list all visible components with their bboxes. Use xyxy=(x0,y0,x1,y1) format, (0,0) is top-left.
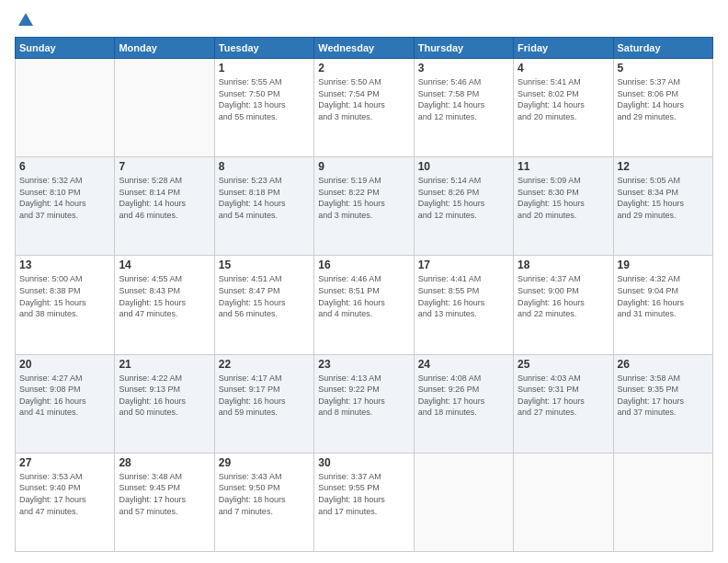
day-info: Sunrise: 4:03 AM Sunset: 9:31 PM Dayligh… xyxy=(518,373,609,419)
table-row: 4Sunrise: 5:41 AM Sunset: 8:02 PM Daylig… xyxy=(514,59,613,157)
day-number: 26 xyxy=(618,358,709,371)
day-number: 10 xyxy=(418,160,509,173)
day-number: 28 xyxy=(119,456,210,469)
day-info: Sunrise: 5:14 AM Sunset: 8:26 PM Dayligh… xyxy=(418,175,509,221)
day-number: 24 xyxy=(418,358,509,371)
col-saturday: Saturday xyxy=(613,38,712,59)
day-info: Sunrise: 3:43 AM Sunset: 9:50 PM Dayligh… xyxy=(219,471,310,517)
table-row: 29Sunrise: 3:43 AM Sunset: 9:50 PM Dayli… xyxy=(214,453,313,551)
day-info: Sunrise: 4:08 AM Sunset: 9:26 PM Dayligh… xyxy=(418,373,509,419)
table-row: 5Sunrise: 5:37 AM Sunset: 8:06 PM Daylig… xyxy=(613,59,712,157)
day-info: Sunrise: 4:51 AM Sunset: 8:47 PM Dayligh… xyxy=(219,273,310,319)
table-row: 1Sunrise: 5:55 AM Sunset: 7:50 PM Daylig… xyxy=(214,59,313,157)
day-info: Sunrise: 5:19 AM Sunset: 8:22 PM Dayligh… xyxy=(318,175,409,221)
day-number: 25 xyxy=(518,358,609,371)
col-thursday: Thursday xyxy=(414,38,513,59)
day-number: 17 xyxy=(418,259,509,271)
table-row: 26Sunrise: 3:58 AM Sunset: 9:35 PM Dayli… xyxy=(613,354,712,453)
day-info: Sunrise: 5:55 AM Sunset: 7:50 PM Dayligh… xyxy=(219,76,310,122)
table-row: 9Sunrise: 5:19 AM Sunset: 8:22 PM Daylig… xyxy=(314,157,414,256)
page: Sunday Monday Tuesday Wednesday Thursday… xyxy=(0,0,728,563)
day-number: 4 xyxy=(518,62,609,75)
table-row: 14Sunrise: 4:55 AM Sunset: 8:43 PM Dayli… xyxy=(115,256,214,354)
table-row: 24Sunrise: 4:08 AM Sunset: 9:26 PM Dayli… xyxy=(414,354,513,453)
table-row: 16Sunrise: 4:46 AM Sunset: 8:51 PM Dayli… xyxy=(314,256,414,354)
day-number: 1 xyxy=(219,62,310,75)
day-info: Sunrise: 4:32 AM Sunset: 9:04 PM Dayligh… xyxy=(618,273,709,319)
day-info: Sunrise: 3:48 AM Sunset: 9:45 PM Dayligh… xyxy=(119,471,210,517)
logo-icon xyxy=(17,11,35,29)
logo xyxy=(15,11,35,29)
table-row: 3Sunrise: 5:46 AM Sunset: 7:58 PM Daylig… xyxy=(414,59,513,157)
col-monday: Monday xyxy=(115,38,214,59)
table-row xyxy=(115,59,214,157)
day-number: 29 xyxy=(219,456,310,469)
day-number: 27 xyxy=(19,456,110,469)
day-info: Sunrise: 5:46 AM Sunset: 7:58 PM Dayligh… xyxy=(418,76,509,122)
table-row: 25Sunrise: 4:03 AM Sunset: 9:31 PM Dayli… xyxy=(514,354,613,453)
day-info: Sunrise: 5:05 AM Sunset: 8:34 PM Dayligh… xyxy=(618,175,709,221)
day-info: Sunrise: 4:17 AM Sunset: 9:17 PM Dayligh… xyxy=(219,373,310,419)
day-number: 19 xyxy=(618,259,709,271)
table-row xyxy=(16,59,115,157)
day-info: Sunrise: 5:41 AM Sunset: 8:02 PM Dayligh… xyxy=(518,76,609,122)
day-number: 18 xyxy=(518,259,609,271)
table-row: 12Sunrise: 5:05 AM Sunset: 8:34 PM Dayli… xyxy=(613,157,712,256)
table-row: 10Sunrise: 5:14 AM Sunset: 8:26 PM Dayli… xyxy=(414,157,513,256)
day-number: 14 xyxy=(119,259,210,271)
day-info: Sunrise: 4:41 AM Sunset: 8:55 PM Dayligh… xyxy=(418,273,509,319)
calendar-week-4: 20Sunrise: 4:27 AM Sunset: 9:08 PM Dayli… xyxy=(16,354,713,453)
day-number: 11 xyxy=(518,160,609,173)
day-info: Sunrise: 4:46 AM Sunset: 8:51 PM Dayligh… xyxy=(318,273,409,319)
table-row: 30Sunrise: 3:37 AM Sunset: 9:55 PM Dayli… xyxy=(314,453,414,551)
table-row: 28Sunrise: 3:48 AM Sunset: 9:45 PM Dayli… xyxy=(115,453,214,551)
calendar-week-1: 1Sunrise: 5:55 AM Sunset: 7:50 PM Daylig… xyxy=(16,59,713,157)
table-row xyxy=(514,453,613,551)
day-info: Sunrise: 5:09 AM Sunset: 8:30 PM Dayligh… xyxy=(518,175,609,221)
header xyxy=(15,11,713,29)
day-info: Sunrise: 5:37 AM Sunset: 8:06 PM Dayligh… xyxy=(618,76,709,122)
calendar-week-5: 27Sunrise: 3:53 AM Sunset: 9:40 PM Dayli… xyxy=(16,453,713,551)
day-number: 9 xyxy=(318,160,409,173)
calendar: Sunday Monday Tuesday Wednesday Thursday… xyxy=(15,37,713,552)
day-number: 22 xyxy=(219,358,310,371)
table-row: 20Sunrise: 4:27 AM Sunset: 9:08 PM Dayli… xyxy=(16,354,115,453)
col-tuesday: Tuesday xyxy=(214,38,313,59)
table-row: 6Sunrise: 5:32 AM Sunset: 8:10 PM Daylig… xyxy=(16,157,115,256)
day-info: Sunrise: 4:27 AM Sunset: 9:08 PM Dayligh… xyxy=(19,373,110,419)
day-number: 13 xyxy=(19,259,110,271)
day-number: 6 xyxy=(19,160,110,173)
table-row: 23Sunrise: 4:13 AM Sunset: 9:22 PM Dayli… xyxy=(314,354,414,453)
day-info: Sunrise: 5:50 AM Sunset: 7:54 PM Dayligh… xyxy=(318,76,409,122)
col-sunday: Sunday xyxy=(16,38,115,59)
table-row: 17Sunrise: 4:41 AM Sunset: 8:55 PM Dayli… xyxy=(414,256,513,354)
table-row: 21Sunrise: 4:22 AM Sunset: 9:13 PM Dayli… xyxy=(115,354,214,453)
day-info: Sunrise: 5:00 AM Sunset: 8:38 PM Dayligh… xyxy=(19,273,110,319)
table-row: 27Sunrise: 3:53 AM Sunset: 9:40 PM Dayli… xyxy=(16,453,115,551)
day-number: 20 xyxy=(19,358,110,371)
table-row: 19Sunrise: 4:32 AM Sunset: 9:04 PM Dayli… xyxy=(613,256,712,354)
calendar-week-2: 6Sunrise: 5:32 AM Sunset: 8:10 PM Daylig… xyxy=(16,157,713,256)
table-row xyxy=(613,453,712,551)
day-info: Sunrise: 4:22 AM Sunset: 9:13 PM Dayligh… xyxy=(119,373,210,419)
svg-marker-0 xyxy=(18,13,33,26)
table-row: 8Sunrise: 5:23 AM Sunset: 8:18 PM Daylig… xyxy=(214,157,313,256)
day-info: Sunrise: 5:23 AM Sunset: 8:18 PM Dayligh… xyxy=(219,175,310,221)
day-info: Sunrise: 4:13 AM Sunset: 9:22 PM Dayligh… xyxy=(318,373,409,419)
day-number: 12 xyxy=(618,160,709,173)
day-number: 15 xyxy=(219,259,310,271)
day-number: 23 xyxy=(318,358,409,371)
table-row: 22Sunrise: 4:17 AM Sunset: 9:17 PM Dayli… xyxy=(214,354,313,453)
table-row: 2Sunrise: 5:50 AM Sunset: 7:54 PM Daylig… xyxy=(314,59,414,157)
day-info: Sunrise: 5:28 AM Sunset: 8:14 PM Dayligh… xyxy=(119,175,210,221)
day-info: Sunrise: 4:55 AM Sunset: 8:43 PM Dayligh… xyxy=(119,273,210,319)
day-info: Sunrise: 3:58 AM Sunset: 9:35 PM Dayligh… xyxy=(618,373,709,419)
day-number: 2 xyxy=(318,62,409,75)
day-info: Sunrise: 5:32 AM Sunset: 8:10 PM Dayligh… xyxy=(19,175,110,221)
table-row: 11Sunrise: 5:09 AM Sunset: 8:30 PM Dayli… xyxy=(514,157,613,256)
calendar-header-row: Sunday Monday Tuesday Wednesday Thursday… xyxy=(16,38,713,59)
table-row xyxy=(414,453,513,551)
day-number: 3 xyxy=(418,62,509,75)
day-number: 5 xyxy=(618,62,709,75)
table-row: 18Sunrise: 4:37 AM Sunset: 9:00 PM Dayli… xyxy=(514,256,613,354)
